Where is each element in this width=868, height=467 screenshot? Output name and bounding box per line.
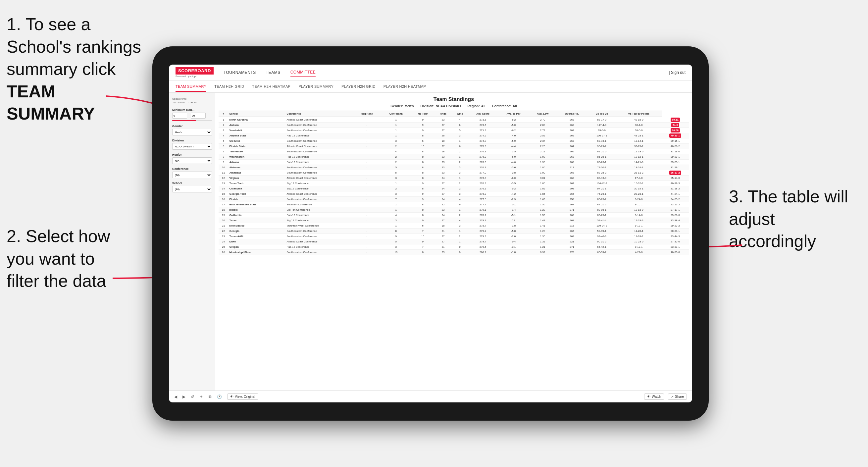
cell-avg-low: 262: [556, 117, 588, 123]
cell-rank: 3: [219, 128, 228, 133]
cell-avg-par: 2.11: [529, 149, 556, 154]
tab-player-h2h-grid[interactable]: PLAYER H2H GRID: [341, 82, 376, 91]
filter-max-input[interactable]: [191, 113, 206, 119]
cell-avg-score: -4.2: [498, 191, 529, 197]
cell-overall: 90-31-2: [588, 239, 616, 244]
cell-rank: 2: [219, 123, 228, 128]
cell-wins: 1: [452, 176, 468, 181]
cell-adj-score: 276.3: [468, 160, 498, 165]
cell-vs-top50: 79-25-1: [662, 133, 689, 138]
cell-rank: 26: [219, 250, 228, 255]
cell-wins: 4: [452, 218, 468, 223]
watch-icon: 👁: [647, 395, 650, 399]
toolbar-clock[interactable]: 🕐: [217, 395, 222, 399]
toolbar-reload[interactable]: ↺: [191, 395, 194, 399]
cell-school: Texas Tech: [228, 181, 285, 186]
cell-no-tour: 10: [411, 144, 434, 149]
cell-avg-par: 2.77: [529, 128, 556, 133]
cell-rank: 11: [219, 170, 228, 176]
cell-wins: 3: [452, 133, 468, 138]
cell-conference: Southeastern Conference: [286, 128, 353, 133]
cell-reg-rank: -: [353, 138, 381, 144]
cell-no-tour: 6: [411, 138, 434, 144]
sidebar: Update time: 27/03/2024 16:56:26 Minimum…: [169, 93, 215, 391]
cell-avg-low: 267: [556, 181, 588, 186]
cell-no-tour: 7: [411, 244, 434, 250]
cell-vs-top25: 38-6-0: [616, 128, 662, 133]
cell-adj-score: 280.7: [468, 250, 498, 255]
cell-reg-rank: -: [353, 202, 381, 207]
cell-avg-score: -2.9: [498, 197, 529, 202]
cell-school: Tennessee: [228, 149, 285, 154]
watch-button[interactable]: 👁 Watch: [644, 394, 664, 400]
col-rank: #: [219, 111, 228, 117]
table-title: Team Standings: [219, 96, 689, 102]
filter-division: Division NCAA Division I: [172, 139, 212, 150]
cell-avg-low: 265: [556, 149, 588, 154]
toolbar-back[interactable]: ◀: [174, 395, 177, 399]
tab-team-h2h-heatmap[interactable]: TEAM H2H HEATMAP: [252, 82, 290, 91]
slider-track[interactable]: [172, 120, 212, 121]
cell-reg-rank: -: [353, 154, 381, 160]
cell-school: Oklahoma: [228, 186, 285, 191]
sign-out-button[interactable]: | Sign out: [669, 70, 686, 75]
cell-rank: 7: [219, 149, 228, 154]
school-select[interactable]: (All): [172, 186, 212, 192]
view-original-label: View: Original: [235, 395, 255, 399]
cell-overall: 92-40-3: [588, 234, 616, 239]
cell-vs-top25: 11-28-1: [616, 228, 662, 234]
cell-reg-rank: -: [353, 228, 381, 234]
cell-conference: Mountain West Conference: [286, 223, 353, 228]
filter-gender: Gender Men's: [172, 125, 212, 135]
cell-rnds: 21: [434, 244, 452, 250]
tab-team-summary[interactable]: TEAM SUMMARY: [176, 82, 206, 92]
conference-select[interactable]: (All): [172, 172, 212, 178]
nav-committee[interactable]: COMMITTEE: [290, 68, 316, 76]
filter-min-input[interactable]: [172, 113, 187, 119]
tab-team-h2h-grid[interactable]: TEAM H2H GRID: [214, 82, 244, 91]
region-select[interactable]: N/A: [172, 157, 212, 164]
gender-select[interactable]: Men's: [172, 129, 212, 135]
cell-school: Vanderbilt: [228, 128, 285, 133]
cell-adj-score: 278.9: [468, 218, 498, 223]
gender-label: Gender: [172, 125, 212, 128]
cell-overall: 86-25-1: [588, 154, 616, 160]
cell-vs-top50: 10-30-0: [662, 250, 689, 255]
col-conf-rank: Conf Rank: [381, 111, 411, 117]
cell-overall: 86-26-1: [588, 160, 616, 165]
toolbar-copy[interactable]: ⧉: [209, 395, 212, 399]
table-row: 11 Arkansas Southeastern Conference - 5 …: [219, 170, 689, 176]
cell-overall: 82-28-2: [588, 170, 616, 176]
toolbar-forward[interactable]: ▶: [183, 395, 185, 399]
cell-conference: Southeastern Conference: [286, 197, 353, 202]
nav-tournaments[interactable]: TOURNAMENTS: [223, 69, 256, 76]
cell-wins: 4: [452, 197, 468, 202]
tab-player-h2h-heatmap[interactable]: PLAYER H2H HEATMAP: [383, 82, 426, 91]
cell-conf-rank: 1: [381, 128, 411, 133]
division-select[interactable]: NCAA Division I: [172, 143, 212, 150]
cell-vs-top25: 23-11-2: [616, 170, 662, 176]
cell-vs-top25: 9-24-0: [616, 197, 662, 202]
cell-avg-low: 265: [556, 133, 588, 138]
cell-rank: 10: [219, 165, 228, 170]
bottom-toolbar: ◀ ▶ ↺ ＋ ⧉ 🕐 👁 View: Original 👁 Watch ↗ S…: [169, 391, 692, 402]
conference-filter-display: Conference: All: [492, 104, 517, 108]
view-original-button[interactable]: 👁 View: Original: [227, 394, 258, 400]
toolbar-add[interactable]: ＋: [199, 394, 203, 399]
cell-no-tour: 9: [411, 181, 434, 186]
cell-avg-par: 1.30: [529, 234, 556, 239]
cell-wins: 3: [452, 191, 468, 197]
col-overall: Overall Rd.: [556, 111, 588, 117]
tab-player-summary[interactable]: PLAYER SUMMARY: [299, 82, 334, 91]
cell-conf-rank: 1: [381, 123, 411, 128]
cell-school: Alabama: [228, 165, 285, 170]
cell-reg-rank: -: [353, 176, 381, 181]
share-button[interactable]: ↗ Share: [668, 394, 687, 400]
cell-rank: 6: [219, 144, 228, 149]
cell-overall: 97-21-1: [588, 186, 616, 191]
cell-overall: 83-25-1: [588, 213, 616, 218]
nav-teams[interactable]: TEAMS: [266, 69, 280, 76]
cell-avg-low: 209: [556, 186, 588, 191]
cell-vs-top50: 20-39-1: [662, 228, 689, 234]
cell-vs-top25: 30-4-0: [616, 123, 662, 128]
